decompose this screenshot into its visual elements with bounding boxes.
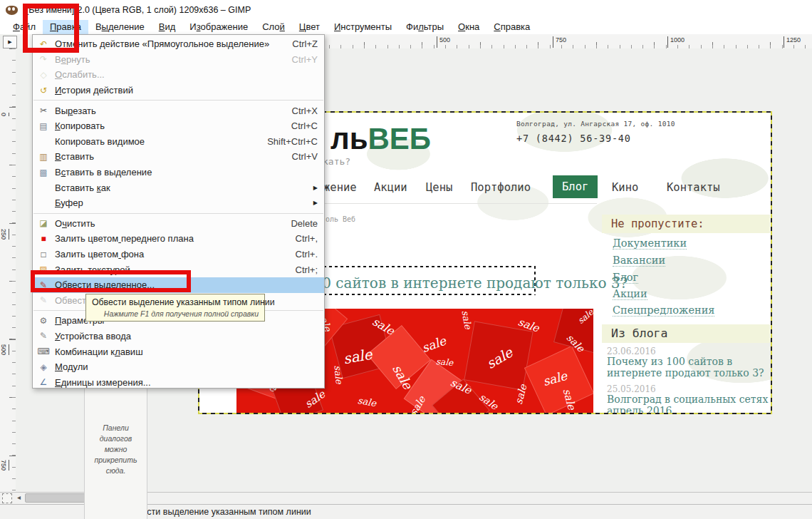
gimp-window: *[Без имени]-2.0 (Цвета RGB, 1 слой) 120… — [0, 0, 812, 519]
menu-item-shortcut: Shift+Ctrl+C — [249, 136, 318, 147]
menu-item-copy[interactable]: ▤ Копировать Ctrl+C — [33, 118, 324, 134]
menu-item-shortcut: Ctrl+V — [274, 151, 318, 162]
menu-item-keyboard-shortcuts[interactable]: ⌨ Комбинации клавиш — [33, 344, 324, 359]
menu-item-clear[interactable]: ◪ Очистить Delete — [33, 216, 324, 232]
pen-icon: ✎ — [36, 295, 51, 305]
menu-item-label: История действий — [55, 85, 133, 96]
menubar-item-view[interactable]: Вид — [152, 20, 183, 34]
sidebar-box-blog: Из блога — [602, 324, 770, 343]
site-nav-item: Портфолио — [471, 181, 531, 194]
menubar-item-windows[interactable]: Окна — [451, 20, 486, 34]
sidebar-title: Не пропустите: — [602, 215, 770, 233]
menu-item-paste-as[interactable]: Вставить как ▶ — [33, 180, 324, 195]
menu-item-label: Модули — [55, 361, 88, 372]
input-device-icon: ✎ — [36, 331, 51, 341]
menubar-item-filters[interactable]: Фильтры — [399, 20, 451, 34]
site-nav-item: Кино — [612, 181, 638, 194]
menu-item-label: Вставить в выделение — [55, 167, 152, 178]
menubar-item-image[interactable]: Изображение — [182, 20, 255, 34]
sale-word: sale — [459, 309, 473, 329]
site-nav-item: Акции — [374, 181, 407, 194]
menu-item-input-devices[interactable]: ✎ Устройства ввода — [33, 329, 324, 344]
menu-item-units[interactable]: ∠ Единицы измерения... — [33, 374, 324, 390]
sale-word: sale — [333, 365, 345, 384]
sale-word: sale — [357, 395, 377, 408]
menu-item-label: Комбинации клавиш — [55, 346, 143, 357]
menu-bar: Файл Правка Выделение Вид Изображение Сл… — [0, 20, 812, 34]
menu-item-cut[interactable]: ✂ Вырезать Ctrl+X — [33, 103, 324, 118]
ruler-label: 1250 — [784, 36, 801, 48]
sidebar-box-header: Не пропустите: — [602, 215, 770, 233]
menu-item-label: Залить цветом фона — [55, 249, 144, 260]
menu-item-label: Копировать видимое — [55, 136, 145, 147]
menubar-item-layer[interactable]: Слой — [255, 20, 292, 34]
menu-item-label: Единицы измерения... — [55, 377, 151, 388]
site-phone: +7 (8442) 56-39-40 — [516, 133, 631, 144]
menu-item-label: Вставить как — [55, 183, 110, 193]
menu-item-undo-history[interactable]: ↺ История действий — [33, 83, 324, 98]
sale-word: sale — [420, 334, 448, 356]
sidebar-link: Акции — [613, 288, 647, 299]
submenu-arrow-icon: ▶ — [313, 200, 318, 206]
module-icon: ◈ — [36, 362, 51, 372]
ruler-label: 500 — [437, 36, 450, 48]
menubar-item-select[interactable]: Выделение — [88, 20, 152, 34]
eraser-icon: ◪ — [36, 218, 51, 228]
ruler-label: 1000 — [667, 36, 685, 48]
menu-item-paste[interactable]: ▥ Вставить Ctrl+V — [33, 149, 324, 165]
site-nav-item: Контакты — [667, 181, 720, 194]
ruler-label: 0 — [0, 113, 9, 116]
annotation-rect-stroke-item — [31, 270, 191, 292]
sidebar-link: Документики — [613, 237, 687, 249]
menu-item-redo[interactable]: ↷ Вернуть Ctrl+Y — [33, 52, 324, 68]
title-bar[interactable]: *[Без имени]-2.0 (Цвета RGB, 1 слой) 120… — [0, 0, 812, 20]
menu-item-fill-bg[interactable]: □ Залить цветом фона Ctrl+. — [33, 247, 324, 262]
ruler-label: 500 — [0, 344, 9, 355]
redo-icon: ↷ — [36, 54, 51, 64]
menu-item-fade[interactable]: ◇ Ослабить... — [33, 67, 324, 83]
site-nav-item: жение — [323, 181, 357, 194]
menubar-item-colors[interactable]: Цвет — [292, 20, 327, 34]
menu-item-label: Очистить — [55, 218, 95, 229]
site-address: Волгоград, ул. Ангарская 17, оф. 1010 — [516, 120, 675, 128]
site-nav-item: Цены — [426, 181, 452, 194]
history-icon: ↺ — [36, 86, 51, 96]
ruler-label: 250 — [0, 229, 9, 240]
tooltip: Обвести выделение указанным типом линии … — [85, 294, 265, 322]
gear-icon: ⚙ — [36, 316, 51, 326]
ruler-corner-menu-button[interactable]: ▶ — [3, 36, 17, 48]
menu-item-copy-visible[interactable]: Копировать видимое Shift+Ctrl+C — [33, 134, 324, 150]
menubar-item-help[interactable]: Справка — [486, 20, 537, 34]
menu-item-shortcut: Ctrl+C — [273, 120, 318, 131]
blog-post-link: Почему из 100 сайтов в интернете продают… — [607, 356, 771, 379]
menu-item-fill-fg[interactable]: ■ Залить цветом переднего плана Ctrl+, — [33, 231, 324, 247]
menu-item-paste-into[interactable]: ▩ Вставить в выделение — [33, 165, 324, 180]
ruler-label: 750 — [553, 36, 566, 48]
menu-separator — [33, 213, 323, 214]
menu-item-modules[interactable]: ◈ Модули — [33, 359, 324, 375]
bg-color-swatch-icon: □ — [36, 250, 51, 260]
menu-item-shortcut: Ctrl+; — [277, 264, 318, 275]
sidebar-link: Спецпредложения — [613, 304, 714, 316]
scroll-left-arrow-icon[interactable]: ◂ — [14, 492, 24, 504]
layer-boundary-bottom — [198, 413, 772, 414]
cut-icon: ✂ — [36, 106, 51, 115]
menu-item-shortcut: Ctrl+, — [277, 233, 318, 244]
sidebar-link: Вакансии — [613, 255, 665, 266]
blog-post-link: Волгоград в социальных сетях апрель 2016 — [607, 394, 771, 413]
menu-item-label: Копировать — [55, 120, 105, 131]
sidebar-link: Блог — [613, 272, 638, 283]
vertical-ruler[interactable]: 0 250 500 750 — [0, 48, 16, 492]
annotation-rect-edit-menu — [23, 4, 79, 53]
menubar-item-tools[interactable]: Инструменты — [327, 20, 399, 34]
fg-color-swatch-icon: ■ — [36, 234, 51, 244]
menu-item-label: Вырезать — [55, 106, 96, 116]
quick-mask-toggle-icon[interactable] — [2, 493, 12, 503]
menu-item-shortcut: Ctrl+X — [274, 106, 318, 116]
site-logo-black: ль — [330, 122, 368, 155]
dock-hint-panel: Панели диалогов можно прикрепить сюда. — [84, 389, 147, 519]
menu-item-buffer[interactable]: Буфер ▶ — [33, 195, 324, 211]
sidebar-title: Из блога — [602, 324, 770, 343]
dock-hint-text: Панели диалогов можно прикрепить сюда. — [85, 423, 147, 476]
menu-item-shortcut: Ctrl+. — [277, 249, 318, 260]
